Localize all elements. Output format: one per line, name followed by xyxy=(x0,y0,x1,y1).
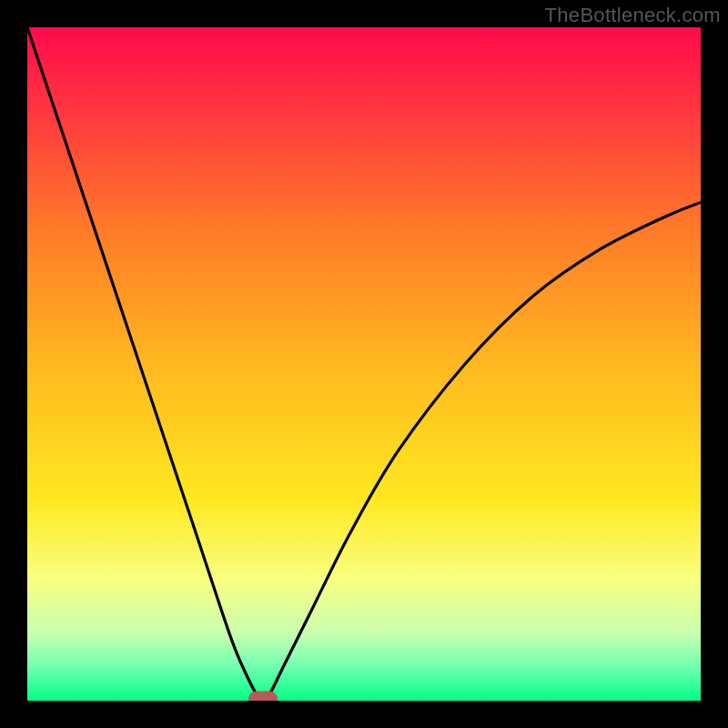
watermark-text: TheBottleneck.com xyxy=(545,4,721,27)
plot-area xyxy=(27,27,701,701)
gradient-background xyxy=(27,27,701,701)
chart-svg xyxy=(27,27,701,701)
chart-container: TheBottleneck.com xyxy=(0,0,728,728)
optimum-marker xyxy=(248,692,278,702)
